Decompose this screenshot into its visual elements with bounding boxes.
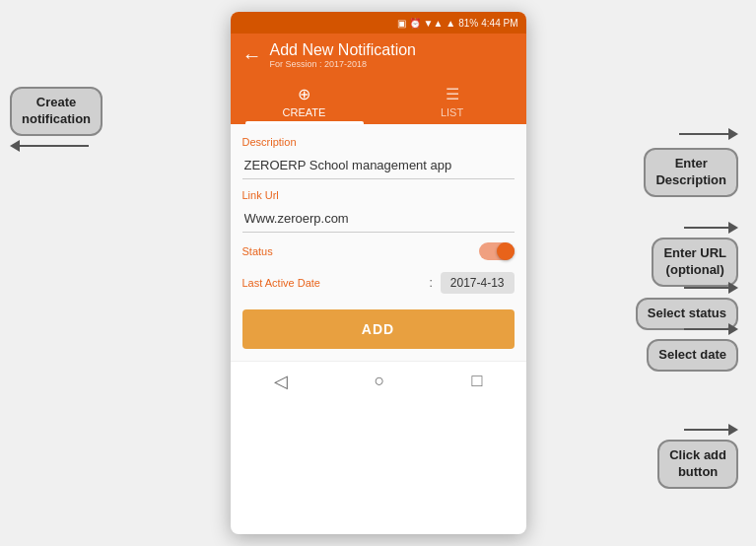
phone-frame: ▣ ⏰ ▼▲ ▲ 81% 4:44 PM ← Add New Notificat… xyxy=(231,12,526,534)
url-input[interactable] xyxy=(242,205,515,233)
arrow-create xyxy=(10,140,89,152)
session-subtitle: For Session : 2017-2018 xyxy=(270,59,515,69)
arrow-head-add xyxy=(728,424,738,436)
arrow-description xyxy=(679,128,738,140)
arrow-head-date xyxy=(728,323,738,335)
arrow-head-url xyxy=(728,222,738,234)
arrow-url xyxy=(684,222,738,234)
back-nav-icon[interactable]: ◁ xyxy=(274,371,288,392)
arrow-add xyxy=(684,424,738,436)
back-button[interactable]: ← xyxy=(242,44,262,67)
page-title: Add New Notification xyxy=(270,41,515,59)
annotation-enter-url: Enter URL(optional) xyxy=(652,222,738,287)
url-label: Link Url xyxy=(242,189,515,201)
arrow-shaft-url xyxy=(684,227,728,229)
status-toggle[interactable] xyxy=(479,242,515,260)
arrow-head-desc xyxy=(728,128,738,140)
tab-create[interactable]: ⊕ CREATE xyxy=(231,77,378,124)
annotation-status-text: Select status xyxy=(648,306,726,320)
annotation-enter-description: EnterDescription xyxy=(644,128,738,197)
arrow-shaft-date xyxy=(684,328,728,330)
annotation-select-date: Select date xyxy=(647,323,738,372)
create-tab-label: CREATE xyxy=(283,106,326,118)
arrow-shaft-desc xyxy=(679,133,728,135)
arrow-status xyxy=(684,282,738,294)
annotation-url-text: Enter URL(optional) xyxy=(663,245,726,277)
arrow-shaft-create xyxy=(20,145,89,147)
annotation-date-text: Select date xyxy=(658,347,726,362)
description-input[interactable] xyxy=(242,152,515,179)
status-label: Status xyxy=(242,245,273,257)
annotation-create-box: Createnotification xyxy=(10,87,103,136)
status-icons: ▣ ⏰ ▼▲ ▲ 81% 4:44 PM xyxy=(397,18,518,29)
toggle-knob xyxy=(497,242,515,260)
status-row: Status xyxy=(242,242,515,260)
form-content: Description Link Url Status Last Active … xyxy=(231,124,526,361)
annotation-create-text: Createnotification xyxy=(22,95,91,126)
annotation-url-box: Enter URL(optional) xyxy=(652,238,738,287)
arrow-head-create xyxy=(10,140,20,152)
description-label: Description xyxy=(242,136,515,148)
arrow-head-status xyxy=(728,282,738,294)
home-nav-icon[interactable]: ○ xyxy=(375,371,385,391)
annotation-description-box: EnterDescription xyxy=(644,148,738,197)
list-tab-label: LIST xyxy=(441,106,463,118)
signal-icon: ▼▲ xyxy=(424,18,444,29)
scene: ▣ ⏰ ▼▲ ▲ 81% 4:44 PM ← Add New Notificat… xyxy=(0,0,756,546)
alarm-icon: ⏰ xyxy=(409,18,421,29)
status-bar: ▣ ⏰ ▼▲ ▲ 81% 4:44 PM xyxy=(231,12,526,34)
tab-list[interactable]: ☰ LIST xyxy=(378,77,526,124)
annotation-create-notification: Createnotification xyxy=(10,87,103,152)
arrow-shaft-status xyxy=(684,287,728,289)
create-tab-icon: ⊕ xyxy=(298,85,310,103)
annotation-add-box: Click addbutton xyxy=(657,440,738,489)
list-tab-icon: ☰ xyxy=(446,85,459,103)
tab-bar: ⊕ CREATE ☰ LIST xyxy=(231,77,526,124)
date-row: Last Active Date : 2017-4-13 xyxy=(242,272,515,294)
add-button[interactable]: ADD xyxy=(242,309,515,349)
recent-nav-icon[interactable]: □ xyxy=(472,371,483,391)
date-colon: : xyxy=(429,276,432,290)
wifi-icon: ▲ xyxy=(446,18,455,29)
nav-bar: ◁ ○ □ xyxy=(231,361,526,400)
app-header: ← Add New Notification For Session : 201… xyxy=(231,34,526,77)
annotation-add-text: Click addbutton xyxy=(669,447,726,479)
sim-icon: ▣ xyxy=(397,18,406,29)
arrow-shaft-add xyxy=(684,429,728,431)
battery-icon: 81% xyxy=(458,18,478,29)
time: 4:44 PM xyxy=(481,18,517,29)
annotation-description-text: EnterDescription xyxy=(655,156,726,187)
date-picker[interactable]: 2017-4-13 xyxy=(441,272,515,294)
annotation-date-box: Select date xyxy=(647,339,738,372)
arrow-date xyxy=(684,323,738,335)
header-title-area: Add New Notification For Session : 2017-… xyxy=(270,41,515,69)
annotation-click-add: Click addbutton xyxy=(657,424,738,489)
date-label: Last Active Date xyxy=(242,277,422,289)
